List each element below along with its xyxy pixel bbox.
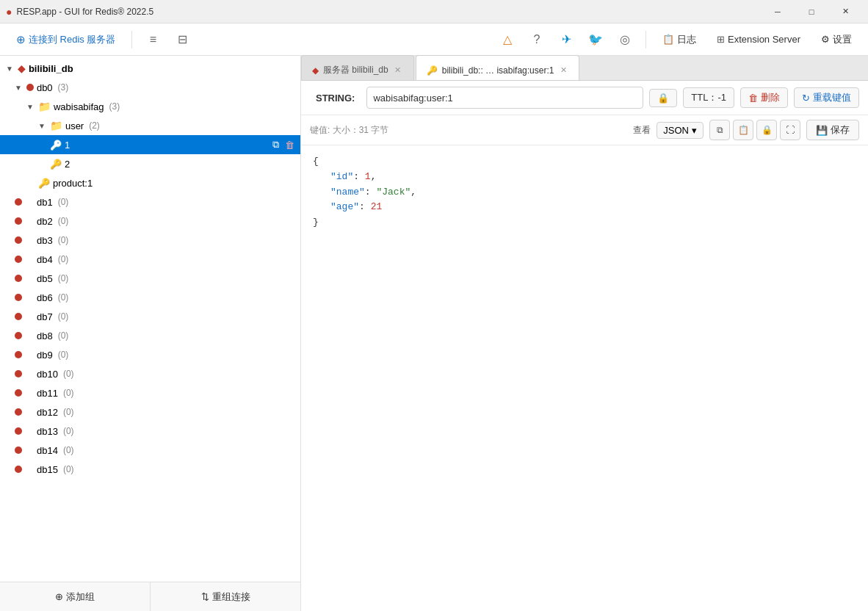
main-layout: ▼ ◆ bilibili_db ▼ db0 (3) ▼ 📁 wabisabifa… (0, 56, 868, 611)
lock-icon: 🔒 (657, 93, 669, 104)
trash-icon: 🗑 (748, 93, 758, 104)
gear-icon: ⚙ (821, 34, 830, 45)
sidebar-item-key-2[interactable]: 🔑 2 (0, 154, 300, 173)
ttl-badge: TTL：-1 (683, 87, 734, 108)
value-size-info: 键值: 大小：31 字节 (310, 124, 388, 137)
maximize-button[interactable]: □ (795, 0, 828, 24)
sidebar-item-db8[interactable]: db8(0) (0, 326, 300, 345)
save-icon: 💾 (816, 125, 828, 136)
app-title: RESP.app - GUI for Redis® 2022.5 (16, 7, 761, 17)
sidebar-tree: ▼ ◆ bilibili_db ▼ db0 (3) ▼ 📁 wabisabifa… (0, 56, 300, 582)
key-type-badge: STRING: (310, 90, 361, 106)
extension-server-button[interactable]: ⊞ Extension Server (709, 30, 808, 48)
db-dot-icon (15, 446, 22, 454)
sidebar-item-key-1[interactable]: 🔑 1 ⧉ 🗑 (0, 135, 300, 154)
separator-1 (131, 31, 132, 48)
sidebar-item-db12[interactable]: db12(0) (0, 402, 300, 422)
help-icon[interactable]: ? (525, 28, 549, 51)
lock-value-button[interactable]: 🔒 (756, 120, 777, 140)
json-editor[interactable]: { "id": 1, "name": "Jack", "age": 21 } (301, 145, 868, 611)
sidebar-item-db11[interactable]: db11(0) (0, 383, 300, 402)
key-toolbar: STRING: 🔒 TTL：-1 🗑 删除 ↻ 重载键值 (301, 81, 868, 115)
lock-button[interactable]: 🔒 (649, 89, 677, 107)
save-button[interactable]: 💾 保存 (806, 120, 859, 140)
sidebar-item-db5[interactable]: db5(0) (0, 269, 300, 288)
tab-close-key[interactable]: ✕ (558, 65, 568, 76)
key-tab-icon: 🔑 (427, 65, 438, 76)
db-dot-icon (15, 370, 22, 377)
sidebar-item-db9[interactable]: db9(0) (0, 345, 300, 364)
reload-button[interactable]: ↻ 重载键值 (794, 87, 859, 108)
settings-button[interactable]: ⚙ 设置 (814, 29, 859, 50)
sidebar-item-db6[interactable]: db6(0) (0, 288, 300, 307)
sidebar-item-db15[interactable]: db15(0) (0, 460, 300, 479)
key-icon: 🔑 (38, 178, 50, 189)
db-dot-icon (15, 256, 22, 263)
copy-icon[interactable]: ⧉ (272, 139, 279, 151)
window-controls: ─ □ ✕ (761, 0, 862, 24)
sidebar-item-product1[interactable]: 🔑 product:1 (0, 173, 300, 192)
db-dot-icon (15, 427, 22, 435)
sidebar-item-db13[interactable]: db13(0) (0, 422, 300, 441)
delete-icon[interactable]: 🗑 (285, 140, 294, 151)
arrow-down-icon: ▼ (15, 84, 22, 92)
sidebar-item-db14[interactable]: db14(0) (0, 441, 300, 460)
sidebar-item-user-folder[interactable]: ▼ 📁 user (2) (0, 116, 300, 135)
tab-bar: ◆ 服务器 bilibili_db ✕ 🔑 bilibili_db:: … is… (301, 56, 868, 81)
folder-icon: 📁 (50, 120, 62, 131)
layout-button[interactable]: ⊟ (170, 28, 194, 51)
log-button[interactable]: 📋 日志 (655, 29, 704, 50)
plus-icon: ⊕ (55, 591, 63, 602)
sidebar-item-db10[interactable]: db10(0) (0, 364, 300, 383)
db-dot-icon (15, 275, 22, 282)
server-icon: ◆ (18, 62, 26, 74)
connect-button[interactable]: ⊕ 连接到 Redis 服务器 (9, 29, 123, 50)
warning-icon[interactable]: △ (496, 28, 519, 51)
chevron-down-icon: ▾ (692, 125, 697, 136)
json-line-5: } (313, 215, 856, 231)
db-dot-icon (15, 198, 22, 206)
extension-icon: ⊞ (717, 34, 725, 45)
sidebar-item-db1[interactable]: db1(0) (0, 192, 300, 212)
sidebar-item-db2[interactable]: db2(0) (0, 212, 300, 231)
delete-button[interactable]: 🗑 删除 (740, 87, 788, 108)
menu-button[interactable]: ≡ (141, 28, 164, 51)
close-button[interactable]: ✕ (828, 0, 862, 24)
db-dot-icon (15, 408, 22, 416)
key-view: STRING: 🔒 TTL：-1 🗑 删除 ↻ 重载键值 (301, 81, 868, 611)
folder-icon: 📁 (38, 101, 51, 112)
github-icon[interactable]: ◎ (613, 28, 637, 51)
log-icon: 📋 (662, 34, 674, 45)
copy-value-button[interactable]: ⧉ (709, 120, 730, 140)
twitter-icon[interactable]: 🐦 (584, 28, 607, 51)
minimize-button[interactable]: ─ (761, 0, 795, 24)
server-dot-icon: ◆ (312, 65, 319, 76)
tab-server[interactable]: ◆ 服务器 bilibili_db ✕ (301, 55, 414, 80)
db-dot-icon (15, 389, 22, 397)
sidebar-item-db0[interactable]: ▼ db0 (3) (0, 78, 300, 97)
json-line-3: "name": "Jack", (313, 185, 856, 200)
paste-value-button[interactable]: 📋 (733, 120, 753, 140)
titlebar: ● RESP.app - GUI for Redis® 2022.5 ─ □ ✕ (0, 0, 868, 24)
sidebar-item-root[interactable]: ▼ ◆ bilibili_db (0, 59, 300, 78)
app-icon: ● (6, 6, 12, 18)
plus-icon: ⊕ (16, 33, 26, 46)
view-mode-select[interactable]: JSON ▾ (657, 122, 704, 139)
fullscreen-button[interactable]: ⛶ (780, 120, 800, 140)
sidebar-item-db4[interactable]: db4(0) (0, 250, 300, 269)
sidebar-item-db7[interactable]: db7(0) (0, 307, 300, 326)
sidebar-item-db3[interactable]: db3(0) (0, 231, 300, 250)
json-line-4: "age": 21 (313, 200, 856, 215)
sidebar-item-wabisabifag[interactable]: ▼ 📁 wabisabifag (3) (0, 97, 300, 116)
reload-icon: ↻ (802, 93, 810, 104)
key-icon: 🔑 (50, 159, 62, 170)
tab-close-server[interactable]: ✕ (393, 65, 403, 76)
db-dot-icon (15, 466, 22, 473)
db-dot-icon (15, 351, 22, 358)
add-group-button[interactable]: ⊕ 添加组 (0, 582, 151, 611)
key-name-input[interactable] (366, 87, 643, 109)
telegram-icon[interactable]: ✈ (554, 28, 578, 51)
db-dot-icon (15, 332, 22, 339)
tab-key[interactable]: 🔑 bilibili_db:: … isabifag:user:1 ✕ (416, 55, 580, 80)
reconnect-button[interactable]: ⇅ 重组连接 (151, 582, 300, 611)
